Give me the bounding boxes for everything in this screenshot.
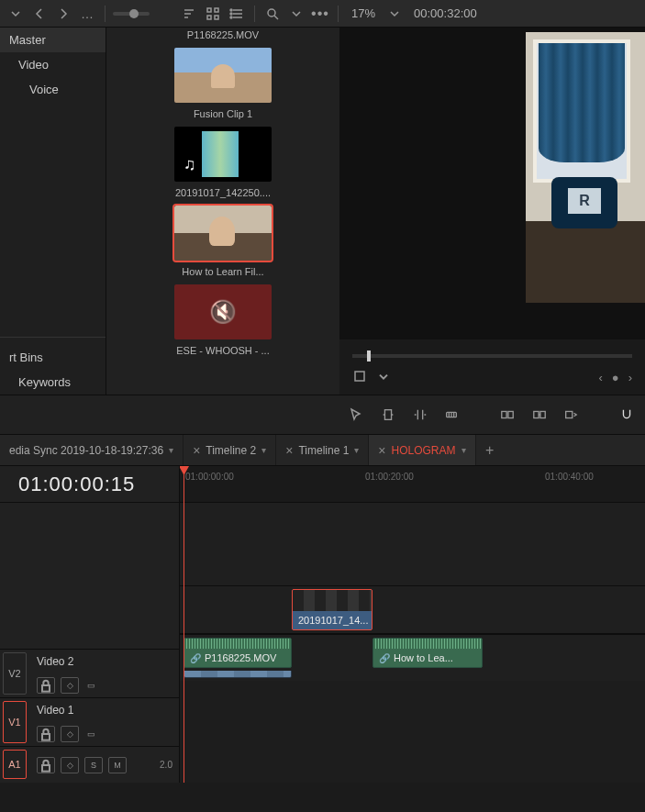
- track-tag-a1[interactable]: A1: [3, 750, 27, 779]
- svg-rect-3: [215, 16, 218, 19]
- auto-select-icon[interactable]: ◇: [61, 726, 79, 742]
- selection-tool-icon[interactable]: [349, 403, 364, 427]
- tab-timeline-1[interactable]: × Timeline 1 ▾: [276, 435, 369, 465]
- svg-rect-17: [42, 734, 50, 740]
- timeline-toolbar: [0, 395, 645, 435]
- timeline-tabs: edia Sync 2019-10-18-19:27:36 ▾ × Timeli…: [0, 435, 645, 466]
- track-name: Video 1: [29, 698, 179, 722]
- bins-panel: Master Video Voice rt Bins Keywords: [0, 28, 106, 395]
- tab-timeline-2[interactable]: × Timeline 2 ▾: [183, 435, 276, 465]
- dynamic-trim-icon[interactable]: [412, 403, 428, 427]
- auto-select-icon[interactable]: ◇: [61, 677, 79, 694]
- snap-icon[interactable]: [618, 403, 634, 427]
- marker-dot-icon[interactable]: ●: [612, 371, 619, 384]
- track-header-a1[interactable]: A1 ◇ S M 2.0: [0, 746, 179, 783]
- viewer-canvas[interactable]: R: [339, 28, 645, 339]
- thumb-size-slider[interactable]: [113, 12, 150, 16]
- sort-icon[interactable]: [179, 4, 199, 24]
- chevron-down-icon[interactable]: ▾: [261, 445, 266, 455]
- media-pool[interactable]: P1168225.MOV Fusion Clip 1 20191017_1422…: [106, 28, 339, 395]
- insert-icon[interactable]: [500, 403, 516, 427]
- lock-icon[interactable]: [37, 677, 55, 694]
- list-view-icon[interactable]: [227, 4, 247, 24]
- clip-thumb: [174, 48, 272, 103]
- timeline-tracks[interactable]: 01:00:00:00 01:00:20:00 01:00:40:00 2019…: [180, 466, 645, 783]
- svg-rect-2: [207, 16, 211, 19]
- viewer-scrubber[interactable]: [352, 354, 632, 358]
- bin-smart[interactable]: rt Bins: [0, 345, 106, 370]
- top-toolbar: … ••• 17% 00:00:32:00: [0, 0, 645, 28]
- timeline: 01:00:00:15 V2 Video 2 ◇ ▭ V1 Video 1 ◇: [0, 466, 645, 783]
- auto-select-icon[interactable]: ◇: [61, 757, 79, 773]
- tab-media-sync[interactable]: edia Sync 2019-10-18-19:27:36 ▾: [0, 435, 183, 465]
- track-lane-gap: [180, 503, 645, 585]
- timecode-display[interactable]: 01:00:00:15: [0, 466, 179, 503]
- clip-a1-2[interactable]: 🔗How to Lea...: [373, 638, 483, 668]
- replace-icon[interactable]: [563, 403, 579, 427]
- tab-label: edia Sync 2019-10-18-19:27:36: [9, 444, 163, 457]
- svg-rect-13: [533, 411, 538, 417]
- zoom-level[interactable]: 17%: [346, 6, 381, 20]
- tab-label: HOLOGRAM: [392, 444, 456, 457]
- playhead[interactable]: [183, 466, 184, 783]
- transform-chevron-icon[interactable]: [376, 369, 391, 386]
- bin-voice[interactable]: Voice: [0, 77, 106, 102]
- clip-a1-1[interactable]: 🔗P1168225.MOV: [183, 638, 292, 668]
- track-tag-v1[interactable]: V1: [3, 701, 27, 743]
- chevron-down-icon[interactable]: ▾: [462, 445, 466, 455]
- lock-icon[interactable]: [37, 726, 55, 742]
- close-icon[interactable]: ×: [285, 443, 293, 458]
- close-icon[interactable]: ×: [378, 443, 385, 458]
- close-icon[interactable]: ×: [193, 443, 200, 458]
- clip-label: Fusion Clip 1: [194, 108, 252, 119]
- zoom-chevron-icon[interactable]: [384, 4, 405, 24]
- clip-fusion[interactable]: Fusion Clip 1: [172, 48, 273, 119]
- ellipsis-icon[interactable]: …: [77, 4, 97, 24]
- trim-tool-icon[interactable]: [381, 403, 396, 427]
- clip-v2-1[interactable]: 20191017_14...: [292, 589, 373, 630]
- svg-point-4: [230, 9, 232, 11]
- solo-button[interactable]: S: [84, 757, 103, 773]
- clip-thumb: [174, 284, 272, 339]
- bin-keywords[interactable]: Keywords: [0, 370, 106, 395]
- track-name: Video 2: [29, 650, 179, 673]
- svg-point-6: [230, 17, 232, 18]
- clip-label: P1168225.MOV: [172, 29, 273, 40]
- prev-icon[interactable]: ‹: [598, 371, 602, 384]
- link-icon: 🔗: [379, 653, 390, 663]
- clip-sfx[interactable]: ESE - WHOOSH - ...: [172, 284, 273, 356]
- track-header-v2[interactable]: V2 Video 2 ◇ ▭: [0, 649, 179, 697]
- tab-hologram[interactable]: × HOLOGRAM ▾: [369, 435, 475, 465]
- timecode-readout[interactable]: 00:00:32:00: [408, 6, 483, 20]
- transform-icon[interactable]: [352, 369, 367, 386]
- search-icon[interactable]: [262, 4, 283, 24]
- track-tag-v2[interactable]: V2: [3, 652, 27, 695]
- clip-audio[interactable]: 20191017_142250....: [172, 127, 273, 198]
- nav-back-icon[interactable]: [29, 4, 50, 24]
- track-lane-v2[interactable]: 20191017_14...: [180, 585, 645, 633]
- track-color-icon[interactable]: ▭: [84, 677, 97, 694]
- track-color-icon[interactable]: ▭: [84, 726, 97, 742]
- add-tab-icon[interactable]: +: [476, 442, 504, 459]
- mute-button[interactable]: M: [108, 757, 127, 773]
- chevron-down-icon[interactable]: ▾: [169, 445, 173, 455]
- bin-video[interactable]: Video: [0, 52, 106, 77]
- chevron-down-icon[interactable]: [6, 4, 26, 24]
- bin-master[interactable]: Master: [0, 28, 106, 52]
- track-lane-v1[interactable]: 🔗P116... 🔗H... 🔗P1168225.MOV 🔗How to Lea…: [180, 633, 645, 681]
- lock-icon[interactable]: [37, 757, 55, 773]
- svg-rect-9: [384, 410, 391, 420]
- search-chevron-icon[interactable]: [286, 4, 306, 24]
- clip-thumb: [174, 206, 272, 261]
- clip-howto[interactable]: How to Learn Fil...: [172, 206, 273, 277]
- more-icon[interactable]: •••: [310, 4, 330, 24]
- chevron-down-icon[interactable]: ▾: [354, 445, 359, 455]
- track-header-v1[interactable]: V1 Video 1 ◇ ▭: [0, 697, 179, 746]
- timeline-ruler[interactable]: 01:00:00:00 01:00:20:00 01:00:40:00: [180, 466, 645, 503]
- grid-view-icon[interactable]: [203, 4, 223, 24]
- blade-tool-icon[interactable]: [444, 403, 460, 427]
- track-lane-a1[interactable]: 🔗P1168225.MOV 🔗How to Lea...: [180, 634, 645, 671]
- nav-fwd-icon[interactable]: [53, 4, 73, 24]
- overwrite-icon[interactable]: [531, 403, 547, 427]
- next-icon[interactable]: ›: [628, 371, 632, 384]
